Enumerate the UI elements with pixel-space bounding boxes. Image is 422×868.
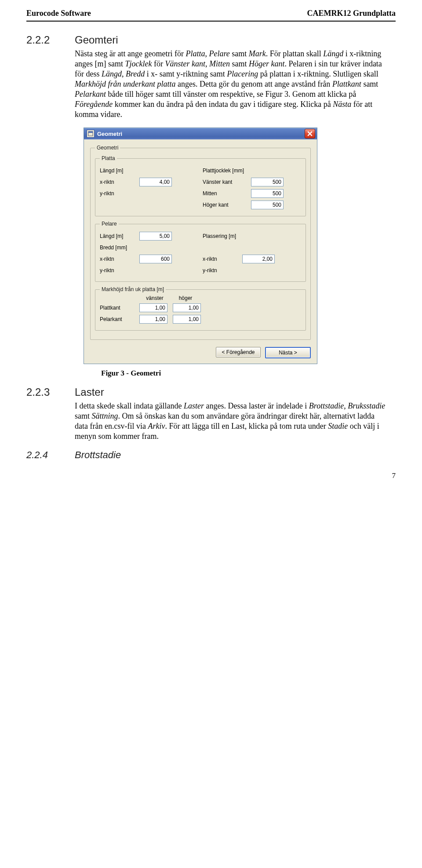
input-platta-x[interactable]: 4,00	[139, 178, 172, 186]
label-pelare-langd: Längd [m]	[100, 233, 139, 239]
group-geometri: Geometri Platta Längd [m] x-riktn	[90, 145, 311, 340]
label-xriktn: x-riktn	[100, 179, 139, 185]
label-bredd-x: x-riktn	[100, 256, 139, 262]
group-platta: Platta Längd [m] x-riktn 4,00	[95, 155, 306, 216]
section-223-body: I detta skede skall indata gällande Last…	[75, 401, 387, 441]
previous-button[interactable]: < Föregående	[216, 347, 261, 357]
header-left: Eurocode Software	[26, 9, 91, 18]
label-bredd: Bredd [mm]	[100, 244, 127, 251]
col-vanster: vänster	[139, 295, 170, 301]
close-icon	[307, 131, 313, 136]
input-mitten[interactable]: 500	[251, 189, 284, 198]
section-222-heading: 2.2.2 Geomteri	[26, 34, 396, 46]
page-header: Eurocode Software CAEMRK12 Grundplatta	[26, 9, 396, 19]
page-number: 7	[26, 471, 396, 480]
label-plass-y: y-riktn	[203, 267, 242, 274]
figure-caption: Figur 3 - Geometri	[101, 368, 396, 378]
section-number: 2.2.4	[26, 449, 75, 461]
label-pelarkant: Pelarkant	[100, 316, 139, 322]
input-plassering-x[interactable]: 2,00	[242, 255, 275, 263]
input-pelarkant-vanster[interactable]: 1,00	[139, 315, 167, 324]
label-plattjocklek: Platttjocklek [mm]	[203, 168, 244, 174]
header-rule	[26, 21, 396, 22]
input-hoger-kant[interactable]: 500	[251, 201, 284, 209]
section-223-heading: 2.2.3 Laster	[26, 386, 396, 398]
input-bredd-x[interactable]: 600	[139, 255, 172, 263]
label-hoger-kant: Höger kant	[203, 202, 251, 208]
window-icon	[88, 131, 93, 136]
section-224-heading: 2.2.4 Brottstadie	[26, 449, 396, 461]
group-platta-legend: Platta	[100, 155, 117, 161]
label-vanster-kant: Vänster kant	[203, 179, 251, 185]
section-title: Geomteri	[75, 34, 118, 46]
input-pelare-langd[interactable]: 5,00	[139, 232, 172, 241]
label-plass-x: x-riktn	[203, 256, 242, 262]
section-number: 2.2.3	[26, 386, 75, 398]
next-button[interactable]: Nästa >	[265, 347, 311, 358]
geometri-dialog: Geometri Geometri Platta Längd [m]	[84, 128, 317, 364]
group-pelare-legend: Pelare	[100, 221, 119, 227]
col-hoger: höger	[170, 295, 201, 301]
section-title: Brottstadie	[75, 449, 121, 461]
label-bredd-y: y-riktn	[100, 267, 139, 274]
header-right: CAEMRK12 Grundplatta	[307, 9, 396, 18]
group-markhojd: Markhöjd från uk platta [m] vänster höge…	[95, 286, 306, 331]
group-markhojd-legend: Markhöjd från uk platta [m]	[100, 286, 166, 292]
label-plattkant: Plattkant	[100, 305, 139, 311]
group-geometri-legend: Geometri	[95, 145, 120, 151]
dialog-title: Geometri	[97, 131, 305, 137]
label-yriktn: y-riktn	[100, 190, 139, 197]
input-vanster-kant[interactable]: 500	[251, 178, 284, 186]
input-plattkant-vanster[interactable]: 1,00	[139, 303, 167, 312]
svg-rect-1	[88, 131, 93, 133]
section-number: 2.2.2	[26, 34, 75, 46]
input-plattkant-hoger[interactable]: 1,00	[173, 303, 201, 312]
group-pelare: Pelare Längd [m] 5,00 Bredd [mm]	[95, 221, 306, 282]
section-title: Laster	[75, 386, 104, 398]
label-plassering: Plassering [m]	[203, 233, 236, 239]
dialog-titlebar[interactable]: Geometri	[84, 128, 317, 139]
label-mitten: Mitten	[203, 190, 251, 197]
section-222-body: Nästa steg är att ange geometri för Plat…	[75, 49, 387, 120]
label-langd-m: Längd [m]	[100, 168, 123, 174]
input-pelarkant-hoger[interactable]: 1,00	[173, 315, 201, 324]
dialog-icon	[87, 130, 95, 138]
close-button[interactable]	[305, 129, 315, 139]
